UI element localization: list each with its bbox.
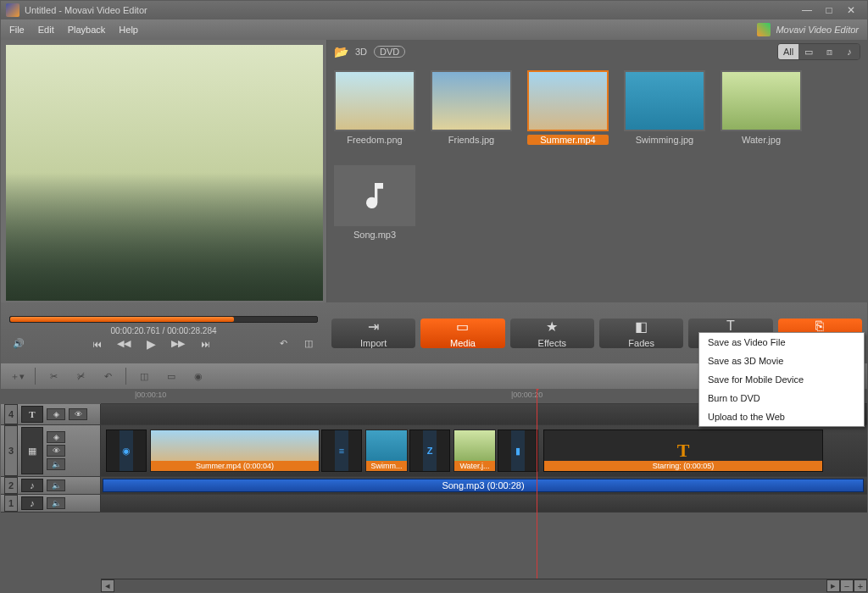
preview-screen[interactable]	[6, 45, 323, 301]
scroll-left-button[interactable]: ◂	[101, 579, 114, 592]
track-4-fx-toggle[interactable]: ◈	[47, 408, 65, 420]
track-3-visible-toggle[interactable]: 👁	[47, 445, 65, 457]
split-button[interactable]: ✂̸	[71, 368, 90, 385]
toolbar-3d[interactable]: 3D	[355, 47, 367, 57]
menubar: File Edit Playback Help Movavi Video Edi…	[1, 19, 867, 40]
menu-save-video-file[interactable]: Save as Video File	[699, 333, 864, 352]
minimize-button[interactable]: —	[796, 4, 818, 16]
bin-filter: All ▭ ⧈ ♪	[777, 43, 860, 60]
prev-button[interactable]: ⏮	[87, 339, 106, 349]
media-icon: ▭	[456, 319, 469, 335]
brand-icon	[757, 23, 771, 36]
time-display: 00:00:20.761 / 00:00:28.284	[9, 326, 318, 335]
track-1: 1♪🔈	[1, 495, 867, 513]
bin-item-song[interactable]: Song.mp3	[334, 165, 415, 240]
transition-3[interactable]: Z	[409, 430, 450, 472]
save-movie-menu: Save as Video File Save as 3D Movie Save…	[698, 332, 865, 427]
menu-edit[interactable]: Edit	[38, 25, 54, 35]
clip-swimming[interactable]: Swimm...	[365, 430, 408, 472]
import-icon: ⇥	[368, 319, 379, 335]
audio-track-2-icon: ♪	[21, 479, 43, 492]
window-title: Untitled - Movavi Video Editor	[25, 5, 796, 15]
transition-2[interactable]: ≡	[321, 430, 362, 472]
menu-upload-web[interactable]: Upload to the Web	[699, 407, 864, 426]
track-3-fx-toggle[interactable]: ◈	[47, 431, 65, 443]
effects-icon: ★	[546, 319, 558, 335]
clip-song[interactable]: Song.mp3 (0:00:28)	[103, 479, 864, 492]
tab-effects[interactable]: ★Effects	[510, 319, 594, 348]
titlebar: Untitled - Movavi Video Editor — □ ✕	[1, 1, 867, 19]
revert-button[interactable]: ↶	[98, 368, 117, 385]
maximize-button[interactable]: □	[818, 4, 840, 16]
bin-item-friends[interactable]: Friends.jpg	[431, 70, 512, 145]
tab-import[interactable]: ⇥Import	[331, 319, 415, 348]
toolbar-dvd[interactable]: DVD	[374, 46, 405, 58]
trim-right-button[interactable]: ▭	[162, 368, 181, 385]
next-button[interactable]: ⏭	[196, 339, 214, 349]
bin-item-water[interactable]: Water.jpg	[721, 70, 802, 145]
track-2-audio-toggle[interactable]: 🔈	[47, 479, 65, 491]
menu-help[interactable]: Help	[119, 25, 138, 35]
preview-image	[6, 45, 323, 301]
undo-button[interactable]: ↶	[274, 338, 292, 349]
media-bin: 📂 3D DVD All ▭ ⧈ ♪ Freedom.png Friends.j…	[326, 40, 867, 302]
menu-save-3d-movie[interactable]: Save as 3D Movie	[699, 352, 864, 370]
close-button[interactable]: ✕	[840, 4, 862, 16]
brand-label: Movavi Video Editor	[757, 23, 859, 36]
track-2: 2♪🔈 Song.mp3 (0:00:28)	[1, 477, 867, 495]
folder-open-icon[interactable]: 📂	[334, 45, 348, 58]
playhead[interactable]	[537, 389, 537, 592]
bin-item-freedom[interactable]: Freedom.png	[334, 70, 415, 145]
tab-media[interactable]: ▭Media	[420, 319, 504, 348]
record-button[interactable]: ◉	[189, 368, 208, 385]
transition-4[interactable]: ▮	[498, 430, 538, 472]
tab-fades[interactable]: ◧Fades	[599, 319, 683, 348]
crop-button[interactable]: ◫	[299, 338, 318, 349]
zoom-out-button[interactable]: −	[840, 579, 854, 592]
playback-progress[interactable]	[9, 316, 318, 323]
menu-save-mobile[interactable]: Save for Mobile Device	[699, 370, 864, 389]
add-track-button[interactable]: ＋▾	[8, 368, 26, 385]
step-fwd-button[interactable]: ▶▶	[169, 338, 187, 349]
zoom-in-button[interactable]: +	[854, 579, 867, 592]
audio-track-1-icon: ♪	[21, 496, 43, 510]
clip-water[interactable]: Water.j...	[453, 430, 496, 472]
clip-summer[interactable]: Summer.mp4 (0:00:04)	[150, 430, 320, 472]
track-4-visible-toggle[interactable]: 👁	[69, 408, 87, 420]
fades-icon: ◧	[635, 319, 648, 335]
play-button[interactable]: ▶	[142, 337, 160, 351]
filter-all[interactable]: All	[778, 44, 798, 59]
step-back-button[interactable]: ◀◀	[114, 338, 133, 349]
timeline-scrollbar[interactable]: ◂ ▸ − +	[101, 579, 867, 592]
title-track-icon: T	[21, 406, 43, 423]
track-3: 3▦◈👁🔈 ◉ Summer.mp4 (0:00:04) ≡ Swimm... …	[1, 425, 867, 477]
preview-panel	[1, 40, 326, 302]
filter-video-icon[interactable]: ▭	[798, 44, 819, 59]
app-icon	[6, 3, 19, 17]
filter-audio-icon[interactable]: ♪	[839, 44, 860, 59]
cut-button[interactable]: ✂	[44, 368, 63, 385]
transition-1[interactable]: ◉	[106, 430, 147, 472]
filter-image-icon[interactable]: ⧈	[819, 44, 839, 59]
track-3-audio-toggle[interactable]: 🔈	[47, 458, 65, 470]
bin-item-swimming[interactable]: Swimming.jpg	[624, 70, 705, 145]
volume-icon[interactable]: 🔊	[9, 338, 28, 349]
video-track-icon: ▦	[21, 427, 43, 474]
bin-item-summer[interactable]: Summer.mp4	[527, 70, 609, 145]
clip-title[interactable]: T Starring: (0:00:05)	[543, 430, 823, 472]
menu-file[interactable]: File	[9, 25, 25, 35]
menu-playback[interactable]: Playback	[68, 25, 106, 35]
trim-left-button[interactable]: ◫	[135, 368, 153, 385]
scroll-right-button[interactable]: ▸	[826, 579, 840, 592]
menu-burn-dvd[interactable]: Burn to DVD	[699, 389, 864, 407]
track-1-audio-toggle[interactable]: 🔈	[47, 497, 65, 509]
